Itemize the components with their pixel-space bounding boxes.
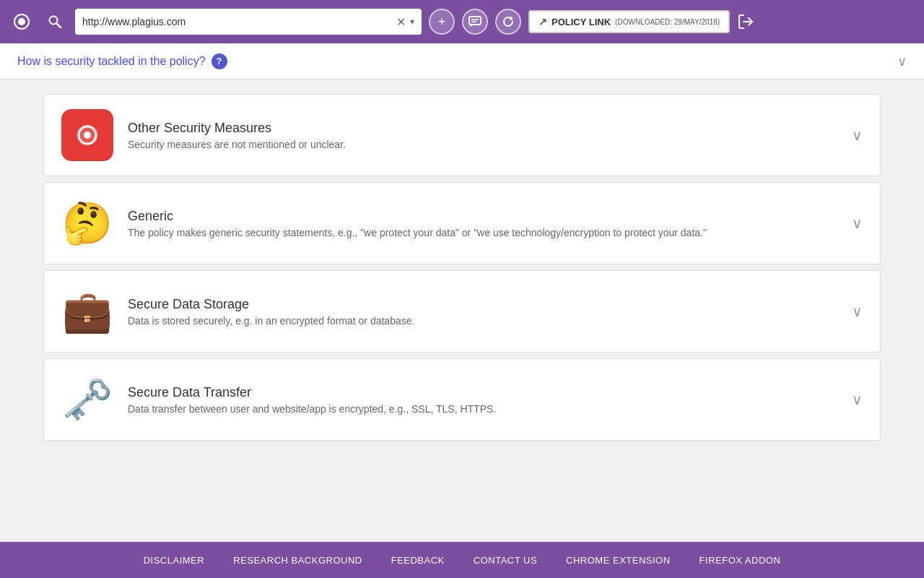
top-banner: How is security tackled in the policy? ?…: [0, 43, 924, 79]
security-question[interactable]: How is security tackled in the policy? ?: [17, 53, 227, 69]
footer-contact-us[interactable]: CONTACT US: [474, 555, 537, 566]
svg-rect-4: [469, 17, 481, 25]
footer-research-background[interactable]: RESEARCH BACKGROUND: [233, 555, 362, 566]
policy-link-label: POLICY LINK: [552, 17, 611, 27]
generic-title: Generic: [128, 209, 837, 224]
banner-expand-icon[interactable]: ∨: [897, 53, 907, 69]
secure-transfer-icon: 🗝️: [61, 374, 113, 426]
card-secure-storage: 💼 Secure Data Storage Data is stored sec…: [43, 270, 881, 353]
main-content: Other Security Measures Security measure…: [0, 79, 924, 542]
footer-firefox-addon[interactable]: FIREFOX ADDON: [699, 555, 781, 566]
card-generic: 🤔 Generic The policy makes generic secur…: [43, 182, 881, 264]
add-tab-button[interactable]: +: [429, 9, 455, 35]
policy-downloaded-text: (DOWNLOADED: 29/MAY/2018): [615, 18, 720, 26]
secure-storage-text: Secure Data Storage Data is stored secur…: [128, 297, 837, 327]
card-secure-transfer: 🗝️ Secure Data Transfer Data transfer be…: [43, 358, 881, 441]
generic-text: Generic The policy makes generic securit…: [128, 209, 837, 238]
secure-storage-desc: Data is stored securely, e.g. in an encr…: [128, 315, 837, 327]
address-bar: ✕ ▾: [75, 9, 422, 35]
url-input[interactable]: [82, 16, 392, 27]
secure-storage-icon: 💼: [61, 285, 113, 337]
browser-toolbar: ✕ ▾ + ↗ POLICY LINK (DOWNLOADED: 29/MAY/…: [0, 0, 924, 43]
generic-icon: 🤔: [61, 197, 113, 249]
other-security-expand[interactable]: ∨: [852, 126, 863, 144]
svg-line-3: [57, 24, 61, 28]
plus-icon: +: [438, 14, 446, 30]
clear-url-button[interactable]: ✕: [396, 15, 406, 29]
card-other-security: Other Security Measures Security measure…: [43, 94, 881, 176]
footer-feedback[interactable]: FEEDBACK: [391, 555, 445, 566]
footer: DISCLAIMER RESEARCH BACKGROUND FEEDBACK …: [0, 542, 924, 578]
generic-expand[interactable]: ∨: [852, 215, 863, 232]
secure-transfer-title: Secure Data Transfer: [128, 385, 837, 400]
url-dropdown-button[interactable]: ▾: [410, 17, 414, 27]
svg-point-10: [84, 131, 91, 139]
refresh-button[interactable]: [495, 9, 521, 35]
help-icon: ?: [212, 53, 227, 69]
secure-transfer-expand[interactable]: ∨: [852, 391, 863, 408]
question-text: How is security tackled in the policy?: [17, 55, 206, 68]
other-security-icon: [61, 109, 113, 161]
exit-button[interactable]: [737, 13, 754, 30]
footer-disclaimer[interactable]: DISCLAIMER: [144, 555, 204, 566]
secure-storage-title: Secure Data Storage: [128, 297, 837, 312]
secure-transfer-text: Secure Data Transfer Data transfer betwe…: [128, 385, 837, 415]
toolbar-circle-icon[interactable]: [9, 9, 35, 35]
footer-chrome-extension[interactable]: CHROME EXTENSION: [566, 555, 671, 566]
external-link-icon: ↗: [539, 16, 547, 27]
other-security-desc: Security measures are not mentioned or u…: [128, 139, 837, 150]
other-security-title: Other Security Measures: [128, 121, 837, 136]
secure-storage-expand[interactable]: ∨: [852, 303, 863, 320]
secure-transfer-desc: Data transfer between user and website/a…: [128, 403, 837, 415]
svg-point-1: [18, 18, 25, 25]
generic-desc: The policy makes generic security statem…: [128, 227, 837, 238]
chat-icon-button[interactable]: [462, 9, 488, 35]
policy-link-button[interactable]: ↗ POLICY LINK (DOWNLOADED: 29/MAY/2018): [528, 10, 730, 33]
other-security-text: Other Security Measures Security measure…: [128, 121, 837, 150]
search-icon[interactable]: [42, 9, 68, 35]
